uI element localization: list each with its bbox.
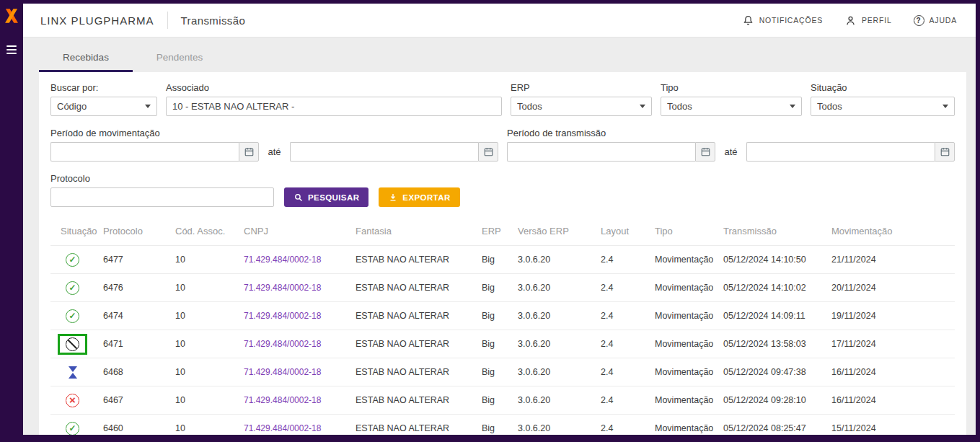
cell-tipo: Movimentação: [649, 358, 718, 386]
cnpj-link[interactable]: 71.429.484/0002-18: [244, 423, 321, 433]
tab-label: Recebidas: [63, 52, 109, 63]
bell-icon: [742, 14, 754, 27]
profile-label: PERFIL: [862, 16, 892, 25]
cell-protocolo: 6471: [97, 330, 169, 358]
cell-cod-assoc: 10: [169, 302, 238, 330]
table-row[interactable]: 6468 10 71.429.484/0002-18 ESTAB NAO ALT…: [50, 358, 955, 386]
cnpj-link[interactable]: 71.429.484/0002-18: [244, 367, 321, 377]
filter-row-2: Período de movimentação até: [50, 128, 955, 162]
cell-versao-erp: 3.0.6.20: [512, 274, 595, 302]
cell-transmissao: 05/12/2024 09:47:38: [718, 358, 826, 386]
calendar-icon: [483, 146, 494, 157]
transmissao-from-input[interactable]: [507, 142, 695, 162]
tab-recebidas[interactable]: Recebidas: [39, 45, 133, 72]
cell-fantasia: ESTAB NAO ALTERAR: [350, 302, 476, 330]
cell-cod-assoc: 10: [169, 386, 238, 415]
cell-versao-erp: 3.0.6.20: [512, 415, 595, 436]
cell-erp: Big: [476, 358, 512, 386]
periodo-transmissao-label: Período de transmissão: [507, 128, 955, 138]
cnpj-link[interactable]: 71.429.484/0002-18: [244, 339, 321, 349]
help-button[interactable]: AJUDA: [914, 14, 957, 27]
cell-movimentacao: 16/11/2024: [826, 386, 955, 415]
notifications-button[interactable]: NOTIFICAÇÕES: [742, 14, 823, 27]
cell-cod-assoc: 10: [169, 358, 238, 386]
status-highlight-box: [58, 306, 87, 327]
erp-select[interactable]: Todos: [511, 97, 652, 116]
associado-label: Associado: [166, 82, 502, 93]
cnpj-link[interactable]: 71.429.484/0002-18: [244, 255, 321, 265]
col-transmissao: Transmissão: [718, 218, 826, 246]
col-layout: Layout: [595, 218, 649, 246]
cnpj-link[interactable]: 71.429.484/0002-18: [244, 395, 321, 405]
menu-toggle-button[interactable]: [6, 45, 17, 54]
cell-erp: Big: [476, 274, 512, 302]
col-tipo: Tipo: [649, 218, 718, 246]
col-movimentacao: Movimentação: [826, 218, 955, 246]
buscar-por-select[interactable]: Código: [50, 97, 157, 116]
transmissao-to-input[interactable]: [746, 142, 935, 162]
cell-versao-erp: 3.0.6.20: [512, 358, 595, 386]
transmissao-to-calendar-button[interactable]: [935, 142, 955, 162]
cell-layout: 2.4: [595, 246, 649, 274]
ate-label: até: [724, 146, 737, 157]
results-table: Situação Protocolo Cód. Assoc. CNPJ Fant…: [50, 218, 955, 435]
tipo-select[interactable]: Todos: [661, 97, 802, 116]
status-icon: [66, 309, 79, 323]
cell-layout: 2.4: [595, 302, 649, 330]
col-cod-assoc: Cód. Assoc.: [169, 218, 238, 246]
cell-transmissao: 05/12/2024 14:09:11: [718, 302, 826, 330]
cnpj-link[interactable]: 71.429.484/0002-18: [244, 311, 321, 321]
cell-movimentacao: 15/11/2024: [826, 415, 955, 436]
erp-label: ERP: [511, 82, 652, 93]
pesquisar-button[interactable]: PESQUISAR: [284, 187, 368, 207]
cell-movimentacao: 17/11/2024: [826, 330, 955, 358]
cell-fantasia: ESTAB NAO ALTERAR: [350, 386, 476, 415]
profile-button[interactable]: PERFIL: [844, 14, 892, 27]
protocolo-label: Protocolo: [50, 173, 274, 184]
status-icon: [66, 253, 79, 267]
page-title: Transmissão: [181, 14, 246, 27]
periodo-movimentacao-label: Período de movimentação: [50, 128, 498, 138]
cell-fantasia: ESTAB NAO ALTERAR: [350, 330, 476, 358]
status-icon: [66, 394, 79, 407]
movimentacao-from-calendar-button[interactable]: [239, 142, 259, 162]
protocolo-input[interactable]: [50, 187, 274, 207]
status-icon: [66, 337, 79, 351]
cell-layout: 2.4: [595, 274, 649, 302]
transmissao-from-calendar-button[interactable]: [695, 142, 715, 162]
cell-tipo: Movimentação: [649, 386, 718, 415]
ate-label: até: [268, 146, 281, 157]
col-fantasia: Fantasia: [350, 218, 476, 246]
table-row[interactable]: 6476 10 71.429.484/0002-18 ESTAB NAO ALT…: [50, 274, 955, 302]
page-content: Recebidas Pendentes Buscar por: Código: [23, 37, 976, 435]
cell-erp: Big: [476, 415, 512, 436]
table-row[interactable]: 6474 10 71.429.484/0002-18 ESTAB NAO ALT…: [50, 302, 955, 330]
cell-tipo: Movimentação: [649, 274, 718, 302]
topbar-divider: [167, 12, 168, 29]
tab-pendentes[interactable]: Pendentes: [133, 45, 226, 72]
movimentacao-from-input[interactable]: [50, 142, 239, 162]
associado-input[interactable]: [166, 97, 502, 116]
status-highlight-box: [58, 362, 87, 383]
col-protocolo: Protocolo: [97, 218, 169, 246]
situacao-select[interactable]: Todos: [811, 97, 955, 116]
linx-logo-icon: [2, 6, 21, 25]
cell-movimentacao: 21/11/2024: [826, 246, 955, 274]
table-row[interactable]: 6467 10 71.429.484/0002-18 ESTAB NAO ALT…: [50, 386, 955, 415]
table-row[interactable]: 6477 10 71.429.484/0002-18 ESTAB NAO ALT…: [50, 246, 955, 274]
movimentacao-to-input[interactable]: [290, 142, 478, 162]
cell-versao-erp: 3.0.6.20: [512, 302, 595, 330]
table-row[interactable]: 6460 10 71.429.484/0002-18 ESTAB NAO ALT…: [50, 415, 955, 436]
calendar-icon: [244, 146, 255, 157]
table-row[interactable]: 6471 10 71.429.484/0002-18 ESTAB NAO ALT…: [50, 330, 955, 358]
cell-protocolo: 6476: [97, 274, 169, 302]
status-highlight-box: [58, 418, 87, 436]
exportar-button[interactable]: EXPORTAR: [379, 187, 459, 207]
cell-protocolo: 6468: [97, 358, 169, 386]
movimentacao-to-calendar-button[interactable]: [478, 142, 498, 162]
cell-versao-erp: 3.0.6.20: [512, 246, 595, 274]
search-icon: [293, 193, 304, 203]
cell-erp: Big: [476, 302, 512, 330]
tab-label: Pendentes: [156, 52, 203, 63]
cnpj-link[interactable]: 71.429.484/0002-18: [244, 283, 321, 293]
